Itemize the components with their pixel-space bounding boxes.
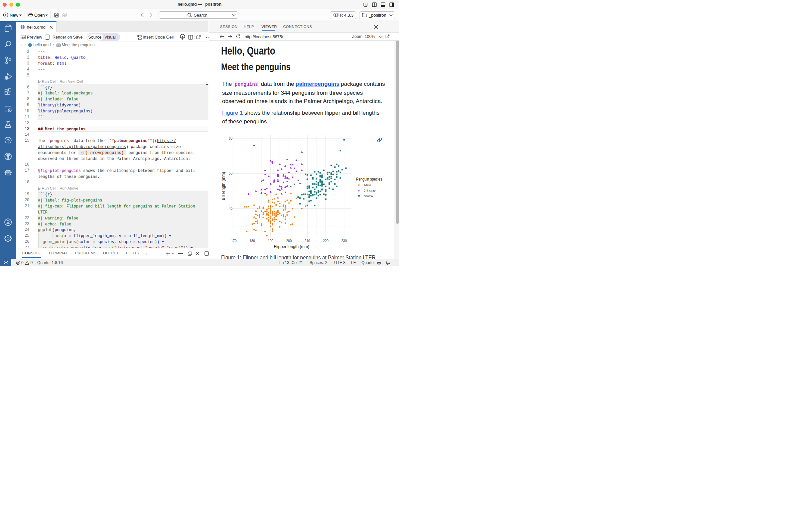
- svg-text:Penguin species: Penguin species: [356, 177, 382, 182]
- svg-text:R: R: [335, 13, 339, 17]
- svg-text:220: 220: [323, 239, 328, 243]
- svg-text:190: 190: [268, 239, 273, 243]
- svg-text:Flipper length (mm): Flipper length (mm): [274, 244, 309, 249]
- svg-text:210: 210: [304, 239, 310, 243]
- svg-text:Gentoo: Gentoo: [363, 194, 373, 198]
- svg-text:Adelie: Adelie: [363, 183, 371, 187]
- svg-text:50: 50: [228, 172, 232, 175]
- svg-text:Chinstrap: Chinstrap: [363, 189, 375, 192]
- svg-text:40: 40: [228, 207, 232, 210]
- svg-text:230: 230: [341, 239, 347, 243]
- svg-text:180: 180: [249, 239, 255, 243]
- svg-text:Bill length (mm): Bill length (mm): [221, 172, 225, 200]
- svg-text:200: 200: [286, 239, 291, 243]
- svg-text:60: 60: [228, 137, 232, 140]
- svg-text:170: 170: [231, 239, 236, 243]
